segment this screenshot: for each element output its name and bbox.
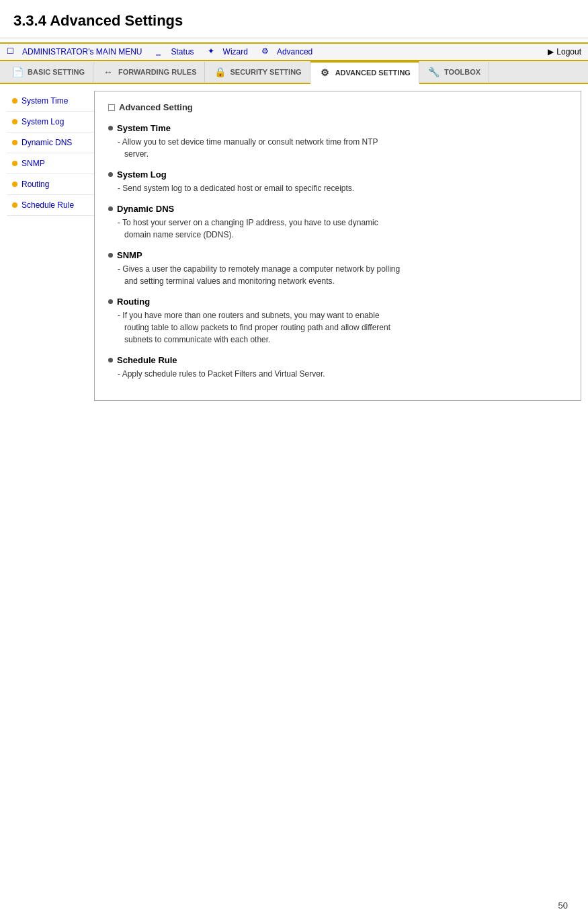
sidebar-bullet bbox=[12, 202, 17, 208]
section-snmp-label: SNMP bbox=[117, 250, 142, 260]
panel-title: Advanced Setting bbox=[108, 102, 567, 112]
sidebar-item-routing[interactable]: Routing bbox=[7, 174, 94, 195]
tab-security-setting[interactable]: 🔒 SECURITY SETTING bbox=[205, 62, 310, 82]
status-label: Status bbox=[171, 47, 194, 56]
sidebar-item-system-time[interactable]: System Time bbox=[7, 91, 94, 112]
content-panel: Advanced Setting System Time - Allow you… bbox=[94, 91, 581, 401]
sidebar-system-log-label: System Log bbox=[22, 117, 64, 126]
section-schedule-rule-label: Schedule Rule bbox=[117, 355, 177, 365]
section-schedule-rule: Schedule Rule - Apply schedule rules to … bbox=[108, 355, 567, 380]
section-snmp: SNMP - Gives a user the capability to re… bbox=[108, 250, 567, 287]
tab-advanced-setting[interactable]: ⚙ ADVANCED SETTING bbox=[310, 61, 419, 84]
sidebar-item-snmp[interactable]: SNMP bbox=[7, 153, 94, 174]
sidebar-item-system-log[interactable]: System Log bbox=[7, 112, 94, 132]
advanced-icon: ⚙ bbox=[261, 46, 274, 57]
panel-title-text: Advanced Setting bbox=[119, 102, 193, 112]
section-routing-desc: - If you have more than one routers and … bbox=[108, 309, 567, 346]
section-dynamic-dns: Dynamic DNS - To host your server on a c… bbox=[108, 204, 567, 241]
section-routing-title: Routing bbox=[108, 297, 567, 307]
page-number: 50 bbox=[558, 900, 568, 911]
section-system-log-desc: - Send system log to a dedicated host or… bbox=[108, 182, 567, 194]
section-system-time-label: System Time bbox=[117, 123, 171, 133]
nav-advanced[interactable]: ⚙ Advanced bbox=[261, 46, 312, 57]
sidebar-system-time-label: System Time bbox=[22, 96, 68, 106]
advanced-label: Advanced bbox=[277, 47, 312, 56]
section-snmp-desc: - Gives a user the capability to remotel… bbox=[108, 263, 567, 287]
security-setting-icon: 🔒 bbox=[213, 66, 226, 78]
main-menu-label: ADMINISTRATOR's MAIN MENU bbox=[22, 47, 142, 56]
status-icon: ⎯ bbox=[156, 46, 168, 57]
sidebar-snmp-label: SNMP bbox=[22, 159, 45, 168]
tab-toolbox-label: TOOLBOX bbox=[444, 68, 480, 76]
section-bullet bbox=[108, 172, 113, 177]
sidebar-bullet bbox=[12, 182, 17, 187]
tab-bar: 📄 BASIC SETTING ↔ FORWARDING RULES 🔒 SEC… bbox=[0, 61, 588, 84]
panel-title-icon bbox=[108, 104, 115, 111]
sidebar-schedule-rule-label: Schedule Rule bbox=[22, 200, 74, 210]
sidebar-bullet bbox=[12, 98, 17, 104]
sidebar-routing-label: Routing bbox=[22, 180, 49, 189]
logout-arrow: ▶ bbox=[548, 47, 554, 56]
nav-wizard[interactable]: ✦ Wizard bbox=[208, 46, 248, 57]
advanced-setting-icon: ⚙ bbox=[319, 67, 332, 79]
sidebar-dynamic-dns-label: Dynamic DNS bbox=[22, 138, 72, 147]
main-area: System Time System Log Dynamic DNS SNMP … bbox=[7, 91, 581, 401]
section-dynamic-dns-desc: - To host your server on a changing IP a… bbox=[108, 217, 567, 241]
tab-forwarding-rules[interactable]: ↔ FORWARDING RULES bbox=[93, 62, 206, 82]
section-routing: Routing - If you have more than one rout… bbox=[108, 297, 567, 346]
sidebar-bullet bbox=[12, 161, 17, 166]
section-system-time: System Time - Allow you to set device ti… bbox=[108, 123, 567, 160]
nav-status[interactable]: ⎯ Status bbox=[156, 46, 194, 57]
sidebar: System Time System Log Dynamic DNS SNMP … bbox=[7, 91, 94, 401]
tab-security-setting-label: SECURITY SETTING bbox=[230, 68, 301, 76]
section-system-log: System Log - Send system log to a dedica… bbox=[108, 169, 567, 194]
section-dynamic-dns-label: Dynamic DNS bbox=[117, 204, 174, 214]
section-bullet bbox=[108, 358, 113, 362]
sidebar-bullet bbox=[12, 119, 17, 124]
section-routing-label: Routing bbox=[117, 297, 150, 307]
main-menu-icon: ☐ bbox=[7, 46, 19, 57]
section-bullet bbox=[108, 126, 113, 130]
section-snmp-title: SNMP bbox=[108, 250, 567, 260]
section-dynamic-dns-title: Dynamic DNS bbox=[108, 204, 567, 214]
tab-forwarding-rules-label: FORWARDING RULES bbox=[118, 68, 197, 76]
forwarding-rules-icon: ↔ bbox=[101, 66, 115, 78]
section-system-log-label: System Log bbox=[117, 169, 167, 180]
tab-toolbox[interactable]: 🔧 TOOLBOX bbox=[419, 62, 489, 82]
section-bullet bbox=[108, 253, 113, 258]
wizard-label: Wizard bbox=[223, 47, 248, 56]
section-bullet bbox=[108, 299, 113, 304]
sidebar-item-dynamic-dns[interactable]: Dynamic DNS bbox=[7, 132, 94, 153]
toolbox-icon: 🔧 bbox=[427, 66, 441, 78]
nav-logout[interactable]: ▶ Logout bbox=[548, 47, 581, 56]
sidebar-item-schedule-rule[interactable]: Schedule Rule bbox=[7, 195, 94, 216]
page-title: 3.3.4 Advanced Settings bbox=[0, 0, 588, 38]
section-system-time-desc: - Allow you to set device time manually … bbox=[108, 136, 567, 160]
nav-main-menu[interactable]: ☐ ADMINISTRATOR's MAIN MENU bbox=[7, 46, 142, 57]
top-nav: ☐ ADMINISTRATOR's MAIN MENU ⎯ Status ✦ W… bbox=[0, 42, 588, 61]
section-schedule-rule-desc: - Apply schedule rules to Packet Filters… bbox=[108, 368, 567, 380]
tab-basic-setting-label: BASIC SETTING bbox=[28, 68, 85, 76]
section-system-time-title: System Time bbox=[108, 123, 567, 133]
tab-advanced-setting-label: ADVANCED SETTING bbox=[335, 69, 411, 77]
tab-basic-setting[interactable]: 📄 BASIC SETTING bbox=[3, 62, 93, 82]
section-schedule-rule-title: Schedule Rule bbox=[108, 355, 567, 365]
sidebar-bullet bbox=[12, 140, 17, 145]
logout-label: Logout bbox=[556, 47, 581, 56]
title-divider bbox=[0, 38, 588, 38]
section-system-log-title: System Log bbox=[108, 169, 567, 180]
section-bullet bbox=[108, 206, 113, 211]
wizard-icon: ✦ bbox=[208, 46, 220, 57]
basic-setting-icon: 📄 bbox=[11, 66, 24, 78]
